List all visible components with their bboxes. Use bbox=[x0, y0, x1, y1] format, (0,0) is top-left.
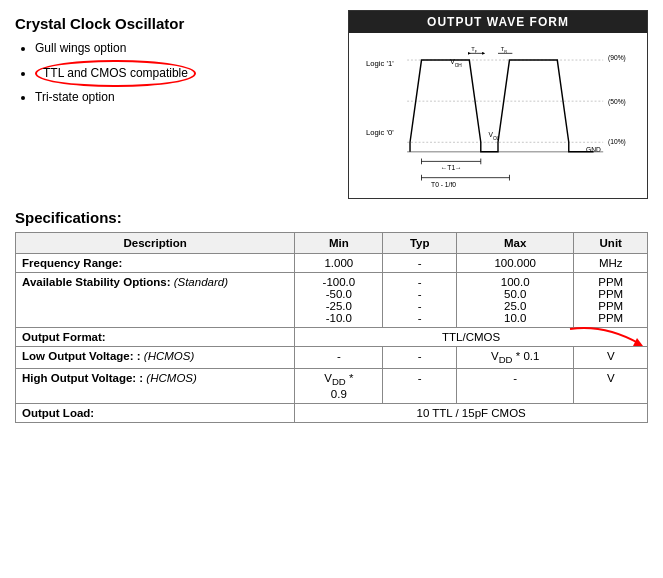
waveform-panel: OUTPUT WAVE FORM Logic '1' Logic '0' (90… bbox=[348, 10, 648, 199]
high-voltage-max: - bbox=[456, 369, 574, 403]
specs-title: Specifications: bbox=[15, 209, 648, 226]
waveform-svg: Logic '1' Logic '0' (90%) (50%) (10%) VO… bbox=[357, 39, 639, 192]
stability-unit: PPM PPM PPM PPM bbox=[574, 273, 648, 328]
vdd-sub-2: DD bbox=[332, 377, 346, 388]
stability-min-4: -10.0 bbox=[301, 312, 376, 324]
stability-min-2: -50.0 bbox=[301, 288, 376, 300]
low-voltage-min: - bbox=[295, 347, 383, 369]
specs-table: Description Min Typ Max Unit Frequency R… bbox=[15, 232, 648, 423]
stability-note: (Standard) bbox=[174, 276, 228, 288]
feature-2: TTL and CMOS compatible bbox=[35, 60, 328, 88]
feature-3: Tri-state option bbox=[35, 87, 328, 109]
svg-text:VOH: VOH bbox=[450, 58, 462, 68]
svg-text:(50%): (50%) bbox=[608, 98, 626, 106]
output-load-description: Output Load: bbox=[16, 403, 295, 422]
table-row: Frequency Range: 1.000 - 100.000 MHz bbox=[16, 254, 648, 273]
red-arrow-annotation bbox=[565, 324, 645, 354]
col-header-max: Max bbox=[456, 233, 574, 254]
page-title: Crystal Clock Oscillator bbox=[15, 15, 328, 32]
waveform-title: OUTPUT WAVE FORM bbox=[349, 11, 647, 33]
svg-text:Logic '0': Logic '0' bbox=[366, 128, 394, 137]
table-row: High Output Voltage: : (HCMOS) VDD *0.9 … bbox=[16, 369, 648, 403]
high-voltage-min: VDD *0.9 bbox=[295, 369, 383, 403]
ttl-highlight: TTL and CMOS compatible bbox=[35, 60, 196, 88]
high-voltage-unit: V bbox=[574, 369, 648, 403]
freq-description: Frequency Range: bbox=[16, 254, 295, 273]
feature-1: Gull wings option bbox=[35, 38, 328, 60]
output-format-description: Output Format: bbox=[16, 328, 295, 347]
stability-typ: ---- bbox=[383, 273, 456, 328]
waveform-area: Logic '1' Logic '0' (90%) (50%) (10%) VO… bbox=[349, 33, 647, 198]
table-row: Output Load: 10 TTL / 15pF CMOS bbox=[16, 403, 648, 422]
svg-text:←T1→: ←T1→ bbox=[441, 164, 462, 171]
svg-text:T0 - 1/f0: T0 - 1/f0 bbox=[431, 181, 456, 188]
output-format-value: TTL/CMOS bbox=[295, 328, 648, 347]
col-header-typ: Typ bbox=[383, 233, 456, 254]
low-voltage-max: VDD * 0.1 bbox=[456, 347, 574, 369]
stability-max: 100.0 50.0 25.0 10.0 bbox=[456, 273, 574, 328]
freq-typ: - bbox=[383, 254, 456, 273]
low-voltage-note: (HCMOS) bbox=[144, 350, 194, 362]
vdd-sub: DD bbox=[499, 354, 513, 365]
low-voltage-description: Low Output Voltage: : (HCMOS) bbox=[16, 347, 295, 369]
high-voltage-description: High Output Voltage: : (HCMOS) bbox=[16, 369, 295, 403]
table-row: Available Stability Options: (Standard) … bbox=[16, 273, 648, 328]
svg-text:(10%): (10%) bbox=[608, 138, 626, 146]
high-voltage-note: (HCMOS) bbox=[146, 372, 196, 384]
svg-text:Logic '1': Logic '1' bbox=[366, 59, 394, 68]
table-row: Output Format: TTL/CMOS bbox=[16, 328, 648, 347]
freq-unit: MHz bbox=[574, 254, 648, 273]
stability-min-1: -100.0 bbox=[301, 276, 376, 288]
freq-max: 100.000 bbox=[456, 254, 574, 273]
table-row: Low Output Voltage: : (HCMOS) - - VDD * … bbox=[16, 347, 648, 369]
output-load-value: 10 TTL / 15pF CMOS bbox=[295, 403, 648, 422]
freq-min: 1.000 bbox=[295, 254, 383, 273]
features-list: Gull wings option TTL and CMOS compatibl… bbox=[15, 38, 328, 109]
col-header-description: Description bbox=[16, 233, 295, 254]
svg-text:SYMMETRY = (T¹/T₀) × 100%: SYMMETRY = (T¹/T₀) × 100% bbox=[393, 191, 483, 192]
svg-text:(90%): (90%) bbox=[608, 54, 626, 62]
left-panel: Crystal Clock Oscillator Gull wings opti… bbox=[15, 10, 328, 199]
stability-min-3: -25.0 bbox=[301, 300, 376, 312]
col-header-min: Min bbox=[295, 233, 383, 254]
stability-description: Available Stability Options: (Standard) bbox=[16, 273, 295, 328]
stability-min: -100.0 -50.0 -25.0 -10.0 bbox=[295, 273, 383, 328]
high-voltage-typ: - bbox=[383, 369, 456, 403]
low-voltage-typ: - bbox=[383, 347, 456, 369]
col-header-unit: Unit bbox=[574, 233, 648, 254]
